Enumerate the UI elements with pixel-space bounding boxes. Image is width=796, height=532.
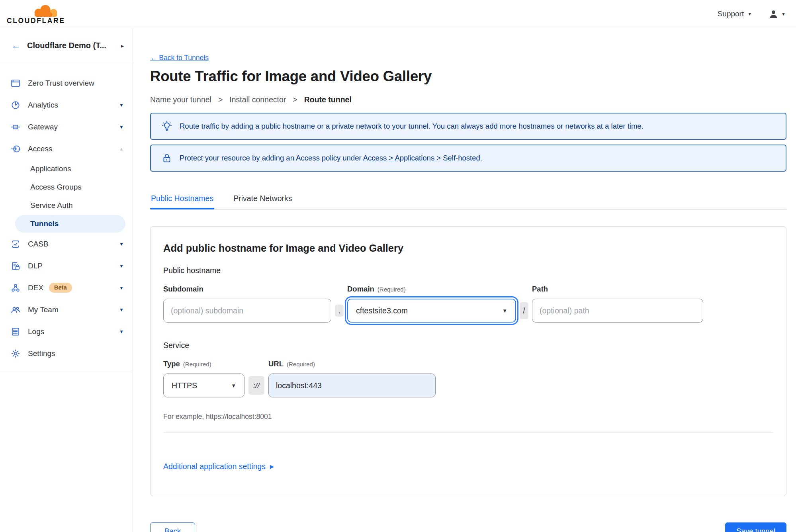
browser-window-icon bbox=[10, 78, 21, 88]
sidebar-item-settings[interactable]: Settings bbox=[0, 342, 133, 364]
domain-select[interactable]: cftestsite3.com ▼ bbox=[347, 299, 516, 323]
lock-icon bbox=[161, 153, 172, 164]
sidebar-item-label: Settings bbox=[28, 349, 55, 358]
select-caret-icon: ▼ bbox=[231, 383, 236, 389]
access-applications-self-hosted-link[interactable]: Access > Applications > Self-hosted bbox=[363, 154, 480, 162]
sidebar-item-casb[interactable]: CASB ▼ bbox=[0, 233, 133, 255]
service-type-value: HTTPS bbox=[172, 381, 197, 390]
required-hint: (Required) bbox=[183, 361, 211, 368]
add-public-hostname-card: Add public hostname for Image and Video … bbox=[150, 226, 786, 496]
cloudflare-cloud-icon bbox=[26, 4, 64, 17]
sidebar-item-gateway[interactable]: Gateway ▼ bbox=[0, 116, 133, 138]
step-separator: > bbox=[293, 95, 297, 104]
card-divider bbox=[163, 432, 773, 432]
dot-separator: . bbox=[335, 305, 344, 317]
chevron-down-icon: ▼ bbox=[119, 285, 124, 291]
route-traffic-info-banner: Route traffic by adding a public hostnam… bbox=[150, 113, 786, 140]
chevron-down-icon: ▼ bbox=[119, 263, 124, 269]
sidebar-item-label: Analytics bbox=[28, 101, 58, 110]
casb-check-icon bbox=[10, 239, 21, 249]
chevron-down-icon: ▼ bbox=[747, 12, 752, 16]
url-label: URL(Required) bbox=[268, 360, 436, 368]
public-hostname-group-label: Public hostname bbox=[163, 266, 773, 275]
banner-text: Route traffic by adding a public hostnam… bbox=[180, 122, 643, 131]
chevron-down-icon: ▼ bbox=[119, 307, 124, 313]
sidebar-item-dlp[interactable]: DLP ▼ bbox=[0, 255, 133, 277]
support-menu[interactable]: Support ▼ bbox=[718, 10, 752, 18]
sidebar-item-tunnels[interactable]: Tunnels bbox=[15, 215, 125, 233]
domain-label-text: Domain bbox=[347, 285, 374, 293]
chevron-down-icon: ▼ bbox=[119, 102, 124, 108]
sidebar-nav: Zero Trust overview Analytics ▼ Gateway bbox=[0, 63, 133, 371]
chevron-up-icon: ▲ bbox=[119, 146, 124, 152]
step-name-your-tunnel[interactable]: Name your tunnel bbox=[150, 95, 211, 104]
sidebar-item-label: DLP bbox=[28, 262, 43, 270]
tab-private-networks[interactable]: Private Networks bbox=[233, 194, 293, 209]
chevron-down-icon: ▼ bbox=[119, 329, 124, 334]
sidebar-item-label: CASB bbox=[28, 240, 49, 248]
chevron-down-icon: ▼ bbox=[119, 124, 124, 130]
sidebar-item-label: Logs bbox=[28, 327, 44, 336]
service-url-input[interactable] bbox=[268, 374, 436, 397]
url-label-text: URL bbox=[268, 360, 284, 368]
account-switcher[interactable]: ← Cloudflare Demo (T... ▸ bbox=[0, 28, 133, 63]
sidebar-item-service-auth[interactable]: Service Auth bbox=[0, 196, 133, 215]
sidebar-item-zero-trust-overview[interactable]: Zero Trust overview bbox=[0, 72, 133, 94]
document-lock-icon bbox=[10, 261, 21, 271]
slash-separator: / bbox=[520, 302, 528, 319]
path-input[interactable] bbox=[532, 299, 703, 323]
footer-actions: Back Save tunnel bbox=[150, 522, 786, 532]
additional-application-settings-toggle[interactable]: Additional application settings ▶ bbox=[163, 462, 274, 471]
additional-settings-label: Additional application settings bbox=[163, 462, 266, 471]
sidebar-item-logs[interactable]: Logs ▼ bbox=[0, 321, 133, 342]
beta-badge: Beta bbox=[49, 283, 72, 293]
save-tunnel-button[interactable]: Save tunnel bbox=[725, 522, 786, 532]
sidebar-item-label: Gateway bbox=[28, 123, 58, 131]
sidebar-item-analytics[interactable]: Analytics ▼ bbox=[0, 94, 133, 116]
cloudflare-logo[interactable]: CLOUDFLARE bbox=[7, 4, 70, 25]
user-menu[interactable]: ▼ bbox=[769, 9, 786, 19]
step-route-tunnel: Route tunnel bbox=[304, 95, 352, 104]
top-bar: CLOUDFLARE Support ▼ ▼ bbox=[0, 0, 796, 28]
account-name: Cloudflare Demo (T... bbox=[27, 41, 114, 50]
caret-right-icon[interactable]: ▸ bbox=[121, 43, 124, 49]
service-group-label: Service bbox=[163, 341, 773, 350]
back-arrow-icon[interactable]: ← bbox=[11, 41, 20, 50]
back-button[interactable]: Back bbox=[150, 522, 195, 532]
type-label-text: Type bbox=[163, 360, 180, 368]
lightbulb-icon bbox=[161, 121, 172, 132]
subdomain-label: Subdomain bbox=[163, 285, 331, 293]
sidebar-item-applications[interactable]: Applications bbox=[0, 160, 133, 178]
required-hint: (Required) bbox=[287, 361, 315, 368]
sidebar-subitem-label: Applications bbox=[30, 164, 71, 173]
support-label: Support bbox=[718, 10, 744, 18]
user-icon bbox=[769, 9, 778, 19]
type-label: Type(Required) bbox=[163, 360, 244, 368]
access-policy-banner: Protect your resource by adding an Acces… bbox=[150, 145, 786, 172]
step-install-connector[interactable]: Install connector bbox=[229, 95, 286, 104]
back-to-tunnels-link[interactable]: ← Back to Tunnels bbox=[150, 54, 209, 62]
chevron-down-icon: ▼ bbox=[781, 12, 786, 16]
sidebar-item-label: Zero Trust overview bbox=[28, 79, 94, 88]
access-login-icon bbox=[10, 144, 21, 154]
sidebar-item-label: My Team bbox=[28, 305, 59, 314]
cloudflare-wordmark: CLOUDFLARE bbox=[7, 18, 70, 25]
tab-public-hostnames[interactable]: Public Hostnames bbox=[150, 194, 214, 209]
sidebar-item-my-team[interactable]: My Team ▼ bbox=[0, 299, 133, 321]
domain-label: Domain(Required) bbox=[347, 285, 516, 293]
sidebar-item-access[interactable]: Access ▲ bbox=[0, 138, 133, 160]
gateway-icon bbox=[10, 122, 21, 132]
sidebar-subitem-label: Access Groups bbox=[30, 183, 82, 192]
banner-text-suffix: . bbox=[480, 154, 482, 162]
sidebar-item-access-groups[interactable]: Access Groups bbox=[0, 178, 133, 196]
step-separator: > bbox=[218, 95, 223, 104]
service-type-select[interactable]: HTTPS ▼ bbox=[163, 374, 244, 397]
subdomain-input[interactable] bbox=[163, 299, 331, 323]
sidebar-item-dex[interactable]: DEX Beta ▼ bbox=[0, 277, 133, 299]
sidebar: ← Cloudflare Demo (T... ▸ Zero Trust ove… bbox=[0, 28, 133, 532]
chevron-down-icon: ▼ bbox=[119, 241, 124, 247]
sidebar-divider bbox=[0, 371, 133, 371]
sidebar-subitem-label: Tunnels bbox=[30, 219, 59, 228]
sidebar-item-label: Access bbox=[28, 145, 52, 153]
main-content: ← Back to Tunnels Route Traffic for Imag… bbox=[133, 28, 796, 532]
